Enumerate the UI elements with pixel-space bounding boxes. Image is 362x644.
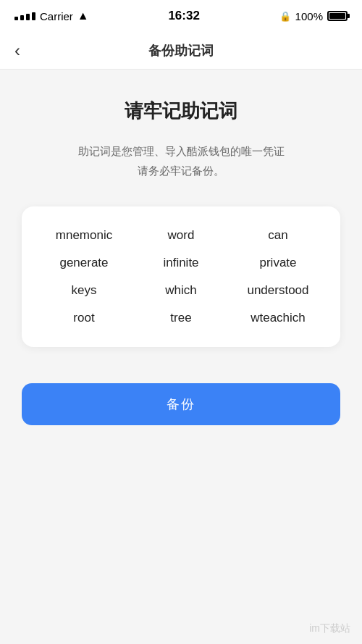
mnemonic-word-10: root bbox=[39, 311, 129, 325]
battery-percent: 100% bbox=[295, 10, 323, 22]
mnemonic-word-9: understood bbox=[233, 283, 323, 298]
status-right: 🔒 100% bbox=[279, 10, 348, 22]
mnemonic-word-7: keys bbox=[39, 283, 129, 298]
mnemonic-word-4: generate bbox=[39, 256, 129, 270]
carrier-label: Carrier bbox=[40, 10, 73, 22]
main-content: 请牢记助记词 助记词是您管理、导入酷派钱包的唯一凭证请务必牢记备份。 mnemo… bbox=[0, 70, 362, 454]
wifi-icon: ▲ bbox=[77, 9, 89, 22]
nav-bar: ‹ 备份助记词 bbox=[0, 32, 362, 70]
status-bar: Carrier ▲ 16:32 🔒 100% bbox=[0, 0, 362, 32]
description: 助记词是您管理、导入酷派钱包的唯一凭证请务必牢记备份。 bbox=[71, 141, 292, 180]
battery-icon bbox=[327, 11, 348, 21]
mnemonic-word-6: private bbox=[233, 256, 323, 270]
mnemonic-word-11: tree bbox=[136, 311, 226, 325]
backup-button[interactable]: 备份 bbox=[22, 383, 340, 425]
mnemonic-word-5: infinite bbox=[136, 256, 226, 270]
signal-icon bbox=[14, 12, 35, 20]
watermark: im下载站 bbox=[309, 622, 350, 635]
page-title: 请牢记助记词 bbox=[125, 99, 237, 124]
status-time: 16:32 bbox=[168, 9, 199, 23]
status-left: Carrier ▲ bbox=[14, 9, 89, 22]
mnemonic-box: mnemonic word can generate infinite priv… bbox=[22, 206, 340, 347]
mnemonic-word-3: can bbox=[233, 228, 323, 243]
mnemonic-word-2: word bbox=[136, 228, 226, 243]
nav-title: 备份助记词 bbox=[148, 42, 214, 59]
lock-icon: 🔒 bbox=[279, 11, 291, 22]
mnemonic-word-12: wteachich bbox=[233, 311, 323, 325]
mnemonic-grid: mnemonic word can generate infinite priv… bbox=[39, 228, 323, 325]
mnemonic-word-1: mnemonic bbox=[39, 228, 129, 243]
back-button[interactable]: ‹ bbox=[14, 42, 20, 59]
mnemonic-word-8: which bbox=[136, 283, 226, 298]
